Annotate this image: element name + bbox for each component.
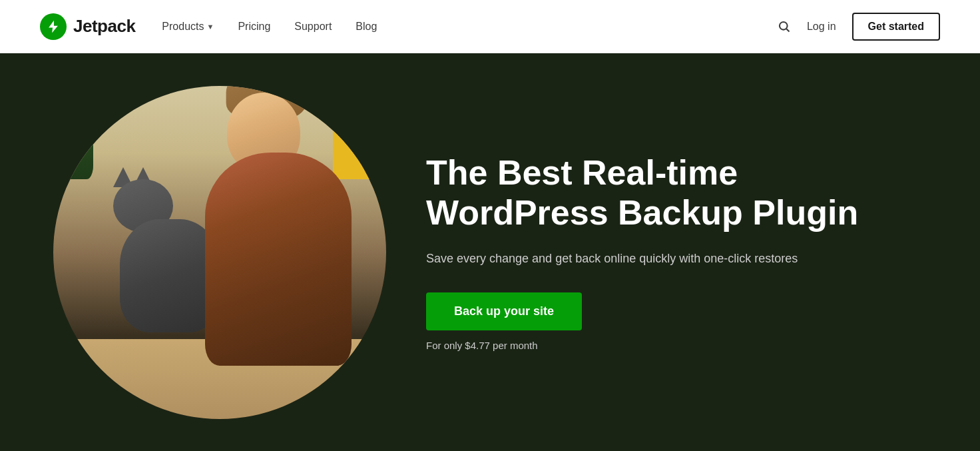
hero-section: The Best Real-time WordPress Backup Plug… [0, 53, 980, 451]
svg-point-0 [780, 21, 788, 29]
nav-support[interactable]: Support [294, 21, 332, 33]
woman-body [205, 153, 352, 366]
nav-blog[interactable]: Blog [356, 21, 377, 33]
plant [60, 113, 93, 179]
price-note: For only $4.77 per month [426, 340, 927, 351]
hero-photo [53, 86, 386, 419]
logo-text: Jetpack [73, 16, 135, 37]
yellow-cabinet [333, 126, 373, 179]
header-right: Log in Get started [778, 13, 940, 41]
nav-products[interactable]: Products ▼ [162, 21, 214, 33]
login-link[interactable]: Log in [807, 21, 836, 33]
nav-pricing[interactable]: Pricing [238, 21, 270, 33]
bolt-icon [46, 19, 61, 34]
hero-title: The Best Real-time WordPress Backup Plug… [426, 153, 927, 233]
svg-line-1 [786, 29, 789, 31]
main-nav: Products ▼ Pricing Support Blog [162, 21, 778, 33]
get-started-button[interactable]: Get started [852, 13, 940, 41]
hero-subtitle: Save every change and get back online qu… [426, 249, 799, 268]
cta-backup-button[interactable]: Back up your site [426, 292, 582, 330]
header: Jetpack Products ▼ Pricing Support Blog … [0, 0, 980, 53]
chevron-down-icon: ▼ [206, 23, 214, 31]
hero-content: The Best Real-time WordPress Backup Plug… [399, 153, 980, 350]
search-icon [778, 20, 791, 33]
logo[interactable]: Jetpack [40, 13, 135, 40]
search-button[interactable] [778, 20, 791, 33]
jetpack-logo-icon [40, 13, 67, 40]
hero-image-area [0, 53, 399, 451]
